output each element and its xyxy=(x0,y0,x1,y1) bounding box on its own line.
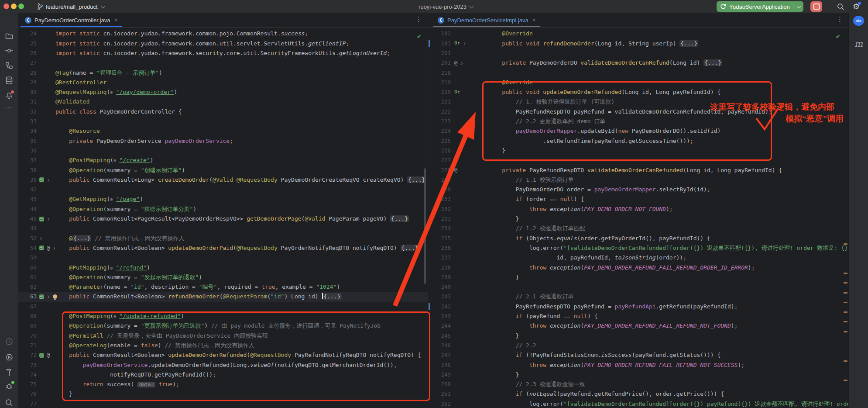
more-options-icon[interactable]: ⋮ xyxy=(415,15,422,23)
code-line-182[interactable]: 182 @Override xyxy=(428,29,848,39)
code-line-28[interactable]: 28@Tag(name = "管理后台 - 示例订单") xyxy=(18,68,428,78)
line-number[interactable]: 242 xyxy=(432,302,451,311)
project-folder-icon[interactable] xyxy=(5,31,14,40)
code-line-61[interactable]: 61 @Operation(summary = "发起示例订单的退款") xyxy=(18,273,428,283)
line-number[interactable]: 222 xyxy=(432,107,451,117)
changed-line-mark[interactable] xyxy=(844,331,847,332)
line-number[interactable]: 250 xyxy=(432,380,451,389)
line-number[interactable]: 74 xyxy=(21,370,37,380)
folded-code-chip[interactable]: {...} xyxy=(407,176,426,183)
line-number[interactable]: 34 xyxy=(21,126,37,136)
code-line-230[interactable]: 230 PayDemoOrderDO order = payDemoOrderM… xyxy=(428,185,848,195)
line-number[interactable]: 73 xyxy=(21,360,37,370)
code-line-233[interactable]: 233 } xyxy=(428,214,848,224)
line-number[interactable]: 229 xyxy=(432,175,451,185)
line-number[interactable]: 228 xyxy=(432,166,451,175)
code-line-25[interactable]: 25import static cn.iocoder.yudao.framewo… xyxy=(18,39,428,49)
line-number[interactable]: 245 xyxy=(432,331,451,341)
build-hammer-icon[interactable] xyxy=(5,368,14,377)
code-line-241[interactable]: 241 // 2.1 校验退款订单 xyxy=(428,292,848,302)
close-icon[interactable]: × xyxy=(532,17,536,24)
line-number[interactable]: 60 xyxy=(21,263,37,273)
code-line-201[interactable]: 201 xyxy=(428,48,848,59)
line-number[interactable]: 50 xyxy=(21,234,37,243)
scrollbar-thumb[interactable] xyxy=(424,168,426,284)
code-line-236[interactable]: 236 log.error("[validateDemoOrderCanRefu… xyxy=(428,243,848,253)
changed-line-mark[interactable] xyxy=(844,321,847,322)
line-number[interactable]: 62 xyxy=(21,282,37,292)
line-number[interactable]: 231 xyxy=(432,194,451,204)
line-number[interactable]: 37 xyxy=(21,156,37,165)
line-number[interactable]: 27 xyxy=(21,58,37,68)
endpoint-icon[interactable] xyxy=(39,217,44,221)
commit-icon[interactable] xyxy=(5,46,14,55)
changed-line-mark[interactable] xyxy=(844,243,847,245)
code-line-231[interactable]: 231 if (order == null) { xyxy=(428,194,848,204)
code-line-63[interactable]: 63› public CommonResult<Boolean> refundD… xyxy=(18,292,428,302)
code-line-45[interactable]: 45› public CommonResult<PageResult<PayDe… xyxy=(18,214,428,224)
code-line-252[interactable]: 252 log.error("[validateDemoOrderCanRefu… xyxy=(428,399,848,408)
code-line-251[interactable]: 251 if (notEqual(payRefund.getRefundPric… xyxy=(428,389,848,399)
code-line-38[interactable]: 38 @Operation(summary = "创建示例订单") xyxy=(18,166,428,176)
code-line-244[interactable]: 244 throw exception(PAY_DEMO_ORDER_REFUN… xyxy=(428,321,848,331)
line-number[interactable]: 202 xyxy=(432,58,451,68)
code-line-27[interactable]: 27 xyxy=(18,58,428,68)
line-number[interactable]: 235 xyxy=(432,234,451,243)
line-number[interactable]: 68 xyxy=(21,311,37,321)
changed-line-mark[interactable] xyxy=(844,380,847,381)
code-line-218[interactable]: 218 xyxy=(428,68,848,78)
run-configuration-button[interactable]: YudaoServerApplication xyxy=(717,1,803,12)
line-number[interactable]: 182 xyxy=(432,29,451,38)
inspections-ok-icon[interactable]: ✔ xyxy=(417,33,422,40)
line-number[interactable]: 30 xyxy=(21,87,37,97)
line-number[interactable]: 39 xyxy=(21,175,37,185)
line-number[interactable]: 220 xyxy=(432,87,451,97)
code-line-33[interactable]: 33 xyxy=(18,117,428,127)
line-number[interactable]: 35 xyxy=(21,136,37,146)
code-line-249[interactable]: 249 } xyxy=(428,370,848,380)
line-number[interactable]: 239 xyxy=(432,273,451,282)
code-line-228[interactable]: 228@ private PayRefundRespDTO validateDe… xyxy=(428,166,848,176)
line-number[interactable]: 218 xyxy=(432,68,451,78)
code-line-234[interactable]: 234 // 1.2 校验退款订单匹配 xyxy=(428,224,848,234)
line-number[interactable]: 233 xyxy=(432,214,451,224)
git-branch-widget[interactable]: feature/mall_product xyxy=(37,0,104,13)
database-icon[interactable] xyxy=(5,76,14,85)
changed-line-mark[interactable] xyxy=(844,292,847,294)
code-line-30[interactable]: 30@RequestMapping(⊕ "/pay/demo-order") xyxy=(18,87,428,97)
override-icon[interactable]: O↑ xyxy=(454,38,460,48)
code-line-232[interactable]: 232 throw exception(PAY_DEMO_ORDER_NOT_F… xyxy=(428,204,848,214)
line-number[interactable]: 251 xyxy=(432,389,451,399)
line-number[interactable]: 38 xyxy=(21,166,37,175)
line-number[interactable]: 42 xyxy=(21,185,37,194)
code-line-43[interactable]: 43 @GetMapping(⊕ "/page") xyxy=(18,194,428,204)
line-number[interactable]: 67 xyxy=(21,302,37,311)
code-line-54[interactable]: 54@› public CommonResult<Boolean> update… xyxy=(18,243,428,253)
line-number[interactable]: 225 xyxy=(432,136,451,146)
more-icon[interactable]: ⋯ xyxy=(5,104,14,113)
code-line-42[interactable]: 42 xyxy=(18,185,428,195)
endpoint-url-link[interactable]: "/pay/demo-order" xyxy=(116,89,174,95)
folded-code-chip[interactable]: {...} xyxy=(72,235,91,242)
code-line-24[interactable]: 24import static cn.iocoder.yudao.framewo… xyxy=(18,29,428,39)
stop-button[interactable] xyxy=(810,1,822,12)
line-number[interactable]: 223 xyxy=(432,117,451,126)
maven-m-icon[interactable]: m xyxy=(854,38,863,49)
code-line-39[interactable]: 39› public CommonResult<Long> createDemo… xyxy=(18,175,428,185)
line-number[interactable]: 59 xyxy=(21,253,37,263)
ai-assistant-icon[interactable]: </> xyxy=(853,16,864,26)
line-number[interactable]: 252 xyxy=(432,399,451,408)
code-line-49[interactable]: 49 xyxy=(18,224,428,234)
more-options-icon[interactable]: ⋮ xyxy=(837,15,843,23)
line-number[interactable]: 45 xyxy=(21,214,37,224)
endpoint-url-link[interactable]: "/refund" xyxy=(116,264,146,271)
line-number[interactable]: 26 xyxy=(21,48,37,58)
services-icon[interactable] xyxy=(5,353,14,362)
line-number[interactable]: 24 xyxy=(21,29,37,38)
code-line-37[interactable]: 37 @PostMapping(⊕ "/create") xyxy=(18,156,428,166)
line-number[interactable]: 232 xyxy=(432,204,451,214)
notifications-bell-icon[interactable] xyxy=(5,91,14,100)
profiler-clock-icon[interactable] xyxy=(5,337,14,346)
changed-line-mark[interactable] xyxy=(844,360,847,362)
code-line-247[interactable]: 247 if (!PayRefundStatusEnum.isSuccess(p… xyxy=(428,350,848,360)
